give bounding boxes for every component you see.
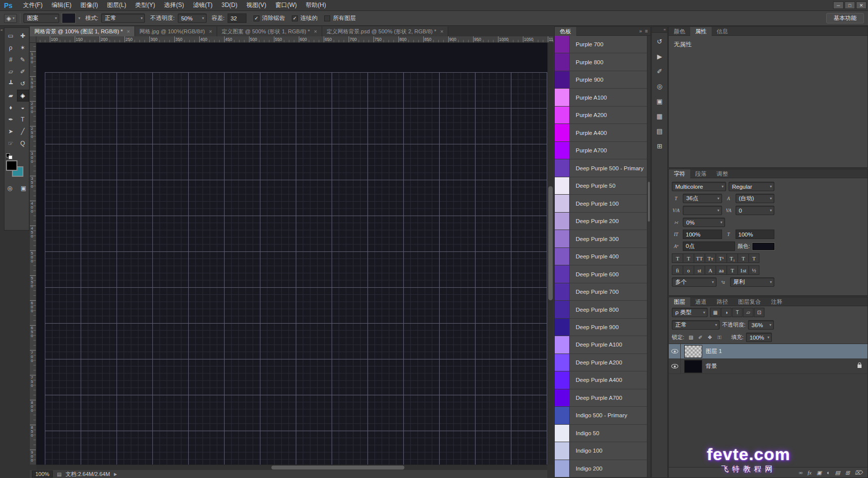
layer-filter-type-dropdown[interactable]: ρ 类型 ▾ bbox=[672, 308, 708, 317]
font-size-dropdown[interactable]: 36点 ▾ bbox=[683, 194, 722, 203]
histogram-panel-icon[interactable]: ▦ bbox=[653, 110, 666, 122]
vertical-scrollbar-thumb[interactable] bbox=[548, 186, 553, 300]
crop-tool[interactable]: # bbox=[5, 54, 17, 66]
layer-row[interactable]: 背景 bbox=[669, 359, 868, 374]
zoom-tool[interactable]: Q bbox=[17, 137, 29, 149]
new-adjustment-layer-icon[interactable]: ◐ bbox=[827, 470, 830, 476]
line-tool[interactable]: ╱ bbox=[17, 125, 29, 137]
path-selection-tool[interactable]: ➤ bbox=[5, 125, 17, 137]
swatch-item[interactable]: Purple 900 bbox=[555, 71, 650, 89]
layer-row[interactable]: 图层 1 bbox=[669, 344, 868, 359]
notes-panel-icon[interactable]: ▤ bbox=[653, 125, 666, 137]
close-tab-icon[interactable]: × bbox=[440, 28, 443, 34]
swatches-scrollbar-thumb[interactable] bbox=[648, 182, 650, 222]
delete-layer-icon[interactable]: ⌦ bbox=[855, 470, 863, 476]
strikethrough-button[interactable]: T bbox=[748, 253, 759, 263]
lock-transparency-icon[interactable]: ▨ bbox=[687, 333, 695, 342]
faux-italic-button[interactable]: T bbox=[683, 253, 694, 263]
horizontal-ruler[interactable]: 1001502002503003504004505005506006507007… bbox=[36, 36, 553, 43]
antialias-dropdown[interactable]: 犀利 ▾ bbox=[730, 277, 775, 287]
filter-smart-object-icon[interactable]: ⊡ bbox=[754, 308, 764, 317]
swatch-item[interactable]: Deep Purple 300 bbox=[555, 230, 650, 247]
screen-mode-button[interactable]: ▣ bbox=[18, 183, 29, 193]
font-family-dropdown[interactable]: Multicolore ▾ bbox=[672, 182, 726, 191]
filter-pixel-layers-icon[interactable]: ▦ bbox=[710, 308, 721, 317]
filter-type-layers-icon[interactable]: T bbox=[732, 308, 743, 317]
status-menu-arrow-icon[interactable]: ▶ bbox=[114, 472, 117, 477]
swatch-item[interactable]: Deep Purple 500 - Primary bbox=[555, 159, 650, 177]
faux-bold-button[interactable]: T bbox=[672, 253, 683, 263]
stylistic-alternates-button[interactable]: aa bbox=[716, 265, 727, 275]
brush-tool[interactable]: ✐ bbox=[17, 66, 29, 78]
close-tab-icon[interactable]: × bbox=[314, 28, 317, 34]
link-layers-icon[interactable]: ∞ bbox=[799, 470, 803, 476]
checkbox-option[interactable]: ✓ 所有图层 bbox=[324, 14, 356, 22]
swatch-item[interactable]: Deep Purple A100 bbox=[555, 336, 650, 354]
layer-style-icon[interactable]: fx bbox=[808, 470, 812, 476]
small-caps-button[interactable]: Tᴛ bbox=[705, 253, 716, 263]
tool-preset-picker[interactable]: ◈ ▾ bbox=[4, 14, 17, 23]
layer-thumbnail[interactable] bbox=[684, 345, 702, 358]
add-layer-mask-icon[interactable]: ▣ bbox=[817, 470, 822, 476]
quick-selection-tool[interactable]: ✶ bbox=[17, 42, 29, 54]
menu-item[interactable]: 图像(I) bbox=[76, 0, 102, 11]
horizontal-scrollbar-thumb[interactable] bbox=[271, 466, 404, 470]
move-tool[interactable]: ✚ bbox=[17, 30, 29, 42]
panel-tab[interactable]: 颜色 bbox=[669, 27, 690, 36]
minimize-button[interactable]: ─ bbox=[833, 1, 844, 9]
underline-button[interactable]: T bbox=[738, 253, 748, 263]
measurement-panel-icon[interactable]: ⊞ bbox=[653, 140, 666, 152]
tracking-dropdown[interactable]: 0 ▾ bbox=[736, 206, 775, 215]
kerning-dropdown[interactable]: ▾ bbox=[683, 206, 722, 215]
proportional-spacing-dropdown[interactable]: 0% ▾ bbox=[683, 218, 725, 227]
eyedropper-tool[interactable]: ✎ bbox=[17, 54, 29, 66]
swatches-scrollbar[interactable] bbox=[647, 36, 650, 478]
close-button[interactable]: ✕ bbox=[856, 1, 867, 9]
checkbox[interactable]: ✓ bbox=[292, 15, 298, 21]
checkbox[interactable]: ✓ bbox=[253, 15, 259, 21]
maximize-button[interactable]: □ bbox=[845, 1, 855, 9]
menu-item[interactable]: 文件(F) bbox=[18, 0, 47, 11]
close-tab-icon[interactable]: × bbox=[209, 28, 212, 34]
menu-item[interactable]: 窗口(W) bbox=[271, 0, 301, 11]
superscript-button[interactable]: T¹ bbox=[716, 253, 727, 263]
new-group-icon[interactable]: ▤ bbox=[835, 470, 840, 476]
canvas[interactable] bbox=[36, 43, 547, 465]
menu-item[interactable]: 编辑(E) bbox=[47, 0, 76, 11]
document-tab[interactable]: 定义网格背景.psd @ 500% (形状 2, RGB/8) * × bbox=[322, 26, 449, 36]
swatch-item[interactable]: Deep Purple 700 bbox=[555, 283, 650, 301]
swatch-item[interactable]: Deep Purple A200 bbox=[555, 354, 650, 371]
filter-shape-layers-icon[interactable]: ▱ bbox=[743, 308, 753, 317]
menu-item[interactable]: 视图(V) bbox=[242, 0, 271, 11]
foreground-color-swatch[interactable] bbox=[6, 160, 17, 171]
actions-panel-icon[interactable]: ▶ bbox=[653, 50, 666, 63]
pen-tool[interactable]: ✒ bbox=[5, 114, 17, 125]
panel-tab[interactable]: 图层复合 bbox=[733, 297, 766, 306]
dropdown-arrow-icon[interactable]: ▾ bbox=[78, 16, 80, 20]
pattern-picker[interactable] bbox=[62, 13, 75, 23]
panel-tab[interactable]: 属性 bbox=[690, 27, 712, 36]
blur-tool[interactable]: ♦ bbox=[5, 102, 17, 114]
panel-menu-icon[interactable]: ≡ bbox=[645, 28, 648, 34]
fractions-button[interactable]: ½ bbox=[748, 265, 759, 275]
panel-tab[interactable]: 路径 bbox=[712, 297, 733, 306]
opacity-dropdown[interactable]: 50% ▾ bbox=[178, 13, 207, 23]
layer-fill-dropdown[interactable]: 100% ▾ bbox=[746, 333, 772, 342]
discretionary-ligatures-button[interactable]: st bbox=[694, 265, 705, 275]
swatch-item[interactable]: Purple A400 bbox=[555, 124, 650, 141]
tolerance-input[interactable]: 32 bbox=[228, 13, 247, 23]
collapse-toolbar-icon[interactable]: « bbox=[0, 28, 2, 32]
menu-item[interactable]: 图层(L) bbox=[103, 0, 131, 11]
titling-alternates-button[interactable]: T bbox=[727, 265, 738, 275]
swash-button[interactable]: A bbox=[705, 265, 716, 275]
swatch-item[interactable]: Deep Purple 900 bbox=[555, 319, 650, 336]
blend-mode-dropdown[interactable]: 正常 ▾ bbox=[672, 320, 720, 330]
all-caps-button[interactable]: TT bbox=[694, 253, 705, 263]
swatch-item[interactable]: Deep Purple 600 bbox=[555, 265, 650, 283]
panel-tab[interactable]: 段落 bbox=[690, 169, 712, 178]
expand-panels-icon[interactable]: « bbox=[664, 27, 666, 32]
dodge-tool[interactable]: ◒ bbox=[17, 102, 29, 114]
contextual-alternates-button[interactable]: o bbox=[683, 265, 694, 275]
eraser-tool[interactable]: ▰ bbox=[5, 90, 17, 102]
lock-position-icon[interactable]: ✥ bbox=[706, 333, 714, 342]
